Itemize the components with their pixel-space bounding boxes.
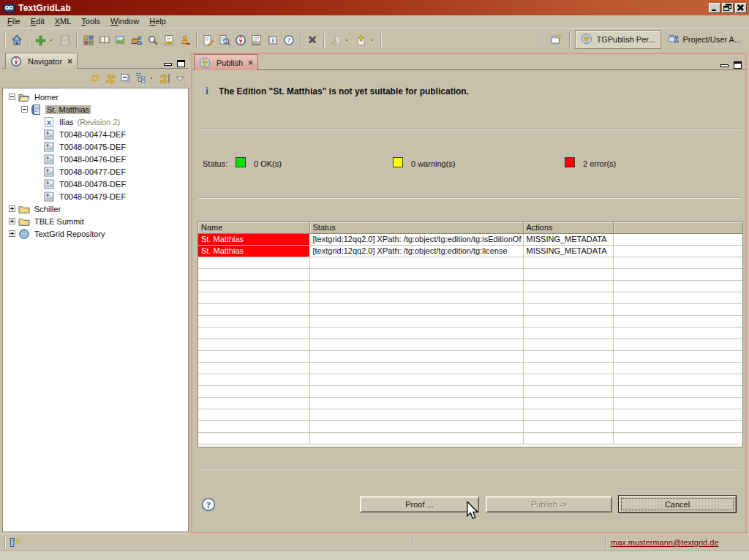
menu-xml[interactable]: XML (50, 16, 78, 27)
menu-help[interactable]: Help (145, 16, 172, 27)
separator (198, 469, 739, 470)
minimize-view-button[interactable] (720, 61, 730, 69)
separator (198, 197, 739, 199)
publish-tab[interactable]: Publish × (194, 54, 258, 70)
empty-row (198, 257, 742, 268)
aggregation-icon[interactable] (129, 32, 145, 48)
table-header-row[interactable]: NameStatusActions (198, 222, 742, 233)
error-row[interactable]: St. Matthias[textgrid:12qq2.0] XPath: /t… (198, 245, 742, 257)
help-icon[interactable]: ? (281, 32, 297, 48)
column-header[interactable]: Name (198, 222, 309, 233)
tree-item-t0048-00475-def[interactable]: T0048-00475-DEF (3, 140, 188, 153)
export-icon[interactable] (353, 32, 369, 48)
minimize-view-button[interactable] (163, 59, 173, 68)
menu-tools[interactable]: Tools (77, 16, 106, 27)
tree-item-t0048-00477-def[interactable]: T0048-00477-DEF (3, 165, 188, 178)
tree-item-tble-summit[interactable]: TBLE Summit (3, 215, 188, 227)
menu-edit[interactable]: Edit (26, 16, 50, 27)
toolbar-separator (543, 32, 544, 47)
statusbar-separator (412, 537, 413, 548)
publish-tab-row: Publish × (192, 54, 745, 70)
maximize-view-button[interactable] (176, 59, 187, 68)
open-tiles-icon[interactable] (80, 32, 97, 48)
empty-row (198, 268, 742, 280)
tree-item-t0048-00476-def[interactable]: T0048-00476-DEF (3, 153, 188, 165)
search-icon[interactable] (145, 32, 161, 48)
separator (198, 128, 739, 129)
tree-mode-icon[interactable] (134, 70, 148, 86)
folder-icon (18, 203, 30, 215)
publish-tab-label: Publish (217, 58, 243, 67)
tree-item-st-matthias[interactable]: St. Matthias (3, 103, 188, 116)
close-window-button[interactable] (735, 3, 747, 13)
cancel-button[interactable]: Cancel (618, 495, 737, 513)
maximize-view-button[interactable] (733, 61, 743, 69)
refresh-icon[interactable] (88, 70, 102, 86)
image-link-icon[interactable] (113, 32, 129, 48)
navigator-compass-icon[interactable] (233, 32, 249, 48)
dropdown-arrow-dropdown-icon[interactable] (344, 32, 353, 48)
navigator-tree: HomerSt. MatthiasXIlias(Revision 2)T0048… (2, 88, 189, 532)
menu-file[interactable]: File (3, 16, 26, 27)
revision-suffix: (Revision 2) (78, 118, 121, 126)
fast-view-icon[interactable] (9, 537, 21, 548)
statusbar-separator (605, 537, 606, 548)
dropdown-arrow-dropdown-icon[interactable] (369, 32, 377, 48)
tree-dropdown-icon[interactable] (149, 70, 157, 86)
link-editor-icon[interactable] (157, 70, 172, 86)
proof-button[interactable]: Proof ... (360, 496, 479, 512)
user-session-icon[interactable] (177, 32, 193, 48)
tree-item-t0048-00478-def[interactable]: T0048-00478-DEF (3, 178, 188, 190)
svg-text:?: ? (206, 500, 211, 510)
column-header[interactable]: Actions (523, 222, 613, 233)
empty-row (198, 338, 742, 350)
publish-button[interactable]: Publish -> (486, 496, 612, 512)
column-header[interactable] (613, 222, 742, 233)
tree-item-textgrid-repository[interactable]: RTextGrid Repository (3, 227, 188, 240)
navigator-tab-label: Navigator (28, 57, 62, 66)
statusbar-separator (4, 537, 6, 548)
tree-item-t0048-00474-def[interactable]: T0048-00474-DEF (3, 128, 188, 140)
dropdown-arrow-dropdown-icon[interactable] (48, 32, 57, 48)
minimize-window-button[interactable] (709, 3, 720, 13)
perspective-tab-project-user[interactable]: Project/User A... (663, 31, 746, 48)
import-icon[interactable] (328, 32, 344, 48)
tree-item-homer[interactable]: Homer (3, 91, 188, 103)
home-icon[interactable] (9, 32, 25, 48)
search-results-icon[interactable] (217, 32, 233, 48)
menu-window[interactable]: Window (106, 16, 145, 27)
close-navigator-icon[interactable]: × (67, 58, 72, 65)
xml-file-icon: X (43, 116, 55, 128)
navigator-tab[interactable]: Navigator × (5, 53, 78, 69)
open-perspective-icon[interactable] (549, 31, 565, 48)
restore-window-button[interactable] (722, 3, 734, 13)
text-editor-icon[interactable] (200, 32, 217, 48)
globe-up-icon (199, 57, 211, 69)
empty-row (198, 374, 742, 385)
delete-icon[interactable] (304, 32, 320, 48)
title-bar[interactable]: TextGridLab (0, 0, 749, 15)
open-book-icon[interactable] (97, 32, 113, 48)
column-header[interactable]: Status (309, 222, 523, 233)
tree-item-ilias[interactable]: XIlias(Revision 2) (3, 116, 188, 128)
validation-table[interactable]: NameStatusActionsSt. Matthias[textgrid:1… (197, 222, 743, 447)
swap-revisions-icon[interactable] (103, 70, 118, 86)
save-icon[interactable] (57, 32, 73, 48)
logged-in-user-link[interactable]: max.mustermann@textgrid.de (611, 538, 719, 547)
xml-editor-icon[interactable]: xml (161, 32, 177, 48)
metadata-editor-icon[interactable] (249, 32, 265, 48)
close-publish-icon[interactable]: × (248, 59, 253, 67)
tree-item-schiller[interactable]: Schiller (3, 203, 188, 215)
collapse-all-icon[interactable] (118, 70, 133, 86)
help-icon[interactable]: ? (201, 497, 216, 512)
error-row[interactable]: St. Matthias[textgrid:12qq2.0] XPath: /t… (198, 233, 742, 245)
info-icon[interactable]: i (265, 32, 281, 48)
textgridlab-logo-icon (3, 2, 15, 14)
view-menu-icon[interactable] (173, 70, 187, 86)
navigator-toolbar (2, 69, 189, 87)
new-object-icon[interactable] (32, 32, 48, 48)
repository-icon: R (18, 228, 30, 240)
empty-row (198, 409, 742, 420)
perspective-tab-tgpublish[interactable]: TGPublish Per... (575, 30, 660, 49)
tree-item-t0048-00479-def[interactable]: T0048-00479-DEF (3, 190, 188, 203)
